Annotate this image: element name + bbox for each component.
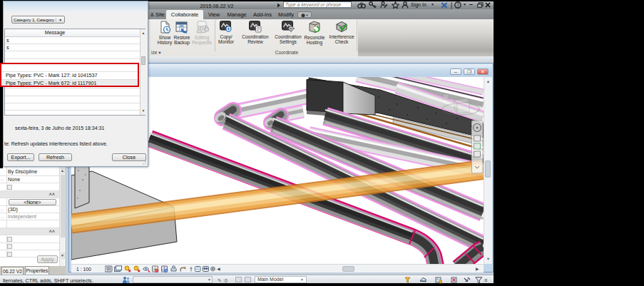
svg-text:?: ? <box>456 2 459 7</box>
